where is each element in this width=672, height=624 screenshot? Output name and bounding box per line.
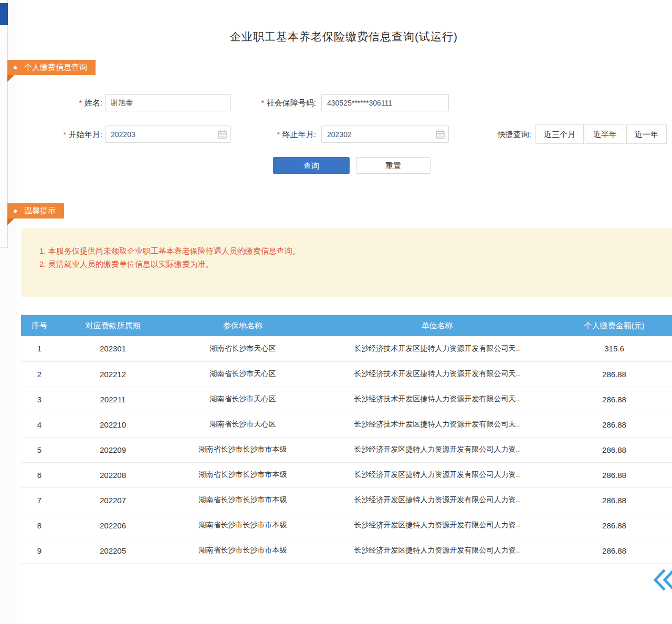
cell-period: 202207 bbox=[58, 487, 168, 513]
ssn-label: *社会保障号码: bbox=[236, 94, 316, 111]
section-badge-label: 温馨提示 bbox=[24, 206, 56, 216]
cell-period: 202205 bbox=[58, 538, 168, 563]
cell-place: 湖南省长沙市长沙市市本级 bbox=[168, 538, 318, 563]
cell-place: 湖南省长沙市长沙市市本级 bbox=[168, 437, 318, 462]
table-row: 4 202210 湖南省长沙市天心区 长沙经济技术开发区捷特人力资源开发有限公司… bbox=[21, 412, 672, 437]
scrollbar-thumb[interactable] bbox=[0, 3, 8, 25]
cell-place: 湖南省长沙市长沙市市本级 bbox=[168, 513, 318, 538]
cell-place: 湖南省长沙市天心区 bbox=[168, 336, 318, 361]
required-asterisk: * bbox=[63, 130, 66, 139]
cell-unit: 长沙经济开发区捷特人力资源开发有限公司人力资.. bbox=[318, 437, 556, 462]
cell-index: 1 bbox=[21, 336, 58, 361]
cell-index: 6 bbox=[21, 462, 58, 487]
quick-btn-last-year[interactable]: 近一年 bbox=[626, 124, 667, 144]
cell-unit: 长沙经济开发区捷特人力资源开发有限公司人力资.. bbox=[318, 538, 556, 563]
cell-amount: 286.88 bbox=[556, 437, 672, 462]
start-month-field-wrap bbox=[105, 126, 231, 143]
ssn-field-wrap bbox=[321, 94, 449, 111]
double-left-chevron-icon[interactable] bbox=[652, 567, 672, 592]
end-month-input[interactable] bbox=[321, 126, 449, 143]
quick-btn-last-half-year[interactable]: 近半年 bbox=[585, 124, 625, 144]
cell-place: 湖南省长沙市天心区 bbox=[168, 412, 318, 437]
cell-place: 湖南省长沙市长沙市市本级 bbox=[168, 462, 318, 487]
required-asterisk: * bbox=[261, 99, 264, 107]
cell-period: 202206 bbox=[58, 513, 168, 538]
tip-line-2: 2. 灵活就业人员的缴费单位信息以实际缴费为准。 bbox=[39, 257, 662, 271]
cell-index: 9 bbox=[21, 538, 58, 563]
cell-period: 202208 bbox=[58, 462, 168, 487]
pension-query-page: { "page": { "title": "企业职工基本养老保险缴费信息查询(试… bbox=[0, 0, 672, 624]
col-header-index: 序号 bbox=[21, 315, 58, 336]
collapsed-side-panel bbox=[0, 0, 8, 248]
cell-amount: 286.88 bbox=[556, 487, 672, 513]
cell-place: 湖南省长沙市天心区 bbox=[168, 387, 318, 412]
table-row: 3 202211 湖南省长沙市天心区 长沙经济技术开发区捷特人力资源开发有限公司… bbox=[21, 387, 672, 412]
cell-index: 2 bbox=[21, 361, 58, 387]
cell-amount: 286.88 bbox=[556, 538, 672, 563]
cell-period: 202212 bbox=[58, 361, 168, 387]
cell-unit: 长沙经济开发区捷特人力资源开发有限公司人力资.. bbox=[318, 487, 556, 513]
table-header-row: 序号 对应费款所属期 参保地名称 单位名称 个人缴费金额(元) bbox=[21, 315, 672, 336]
table-row: 6 202208 湖南省长沙市长沙市市本级 长沙经济开发区捷特人力资源开发有限公… bbox=[21, 462, 672, 487]
section-badge-personal-query: 个人缴费信息查询 bbox=[7, 60, 96, 75]
cell-amount: 286.88 bbox=[556, 361, 672, 387]
section-badge-label: 个人缴费信息查询 bbox=[24, 63, 87, 72]
name-label: *姓名: bbox=[32, 94, 102, 111]
name-field-wrap bbox=[105, 94, 231, 111]
name-input[interactable] bbox=[105, 94, 231, 111]
cell-index: 3 bbox=[21, 387, 58, 412]
ssn-input[interactable] bbox=[321, 94, 449, 111]
cell-period: 202210 bbox=[58, 412, 168, 437]
cell-unit: 长沙经济开发区捷特人力资源开发有限公司人力资.. bbox=[318, 513, 556, 538]
cell-unit: 长沙经济技术开发区捷特人力资源开发有限公司天.. bbox=[318, 336, 556, 361]
tips-notice-box: 1. 本服务仅提供尚未领取企业职工基本养老保险待遇人员的缴费信息查询。 2. 灵… bbox=[21, 228, 672, 297]
payment-records-table: 序号 对应费款所属期 参保地名称 单位名称 个人缴费金额(元) 1 202301… bbox=[21, 315, 672, 564]
cell-amount: 286.88 bbox=[556, 513, 672, 538]
table-row: 1 202301 湖南省长沙市天心区 长沙经济技术开发区捷特人力资源开发有限公司… bbox=[21, 336, 672, 361]
cell-amount: 286.88 bbox=[556, 462, 672, 487]
bullet-dot-icon bbox=[14, 210, 17, 213]
bullet-dot-icon bbox=[14, 66, 17, 69]
cell-unit: 长沙经济开发区捷特人力资源开发有限公司人力资.. bbox=[318, 462, 556, 487]
quick-query-group: 近三个月 近半年 近一年 bbox=[536, 124, 667, 144]
table-row: 7 202207 湖南省长沙市长沙市市本级 长沙经济开发区捷特人力资源开发有限公… bbox=[21, 487, 672, 513]
cell-period: 202211 bbox=[58, 387, 168, 412]
cell-period: 202209 bbox=[58, 437, 168, 462]
cell-index: 4 bbox=[21, 412, 58, 437]
cell-index: 8 bbox=[21, 513, 58, 538]
table-row: 9 202205 湖南省长沙市长沙市市本级 长沙经济开发区捷特人力资源开发有限公… bbox=[21, 538, 672, 563]
quick-query-label: 快捷查询: bbox=[483, 127, 531, 142]
start-month-label: *开始年月: bbox=[32, 126, 102, 143]
required-asterisk: * bbox=[277, 130, 279, 139]
col-header-unit: 单位名称 bbox=[318, 315, 556, 336]
col-header-place: 参保地名称 bbox=[168, 315, 318, 336]
reset-button[interactable]: 重置 bbox=[356, 157, 430, 174]
cell-index: 5 bbox=[21, 437, 58, 462]
cell-amount: 286.88 bbox=[556, 412, 672, 437]
calendar-icon[interactable] bbox=[218, 130, 227, 139]
table-row: 2 202212 湖南省长沙市天心区 长沙经济技术开发区捷特人力资源开发有限公司… bbox=[21, 361, 672, 387]
end-month-field-wrap bbox=[321, 126, 449, 143]
page-title: 企业职工基本养老保险缴费信息查询(试运行) bbox=[16, 29, 672, 44]
cell-period: 202301 bbox=[58, 336, 168, 361]
required-asterisk: * bbox=[79, 99, 81, 107]
table-row: 8 202206 湖南省长沙市长沙市市本级 长沙经济开发区捷特人力资源开发有限公… bbox=[21, 513, 672, 538]
cell-amount: 315.6 bbox=[556, 336, 672, 361]
cell-place: 湖南省长沙市天心区 bbox=[168, 361, 318, 387]
section-badge-tips: 温馨提示 bbox=[7, 203, 64, 219]
calendar-icon[interactable] bbox=[436, 130, 445, 139]
query-button[interactable]: 查询 bbox=[273, 157, 350, 174]
col-header-amount: 个人缴费金额(元) bbox=[556, 315, 672, 336]
cell-place: 湖南省长沙市长沙市市本级 bbox=[168, 487, 318, 513]
start-month-input[interactable] bbox=[105, 126, 231, 143]
cell-unit: 长沙经济技术开发区捷特人力资源开发有限公司天.. bbox=[318, 361, 556, 387]
cell-amount: 286.88 bbox=[556, 387, 672, 412]
col-header-period: 对应费款所属期 bbox=[58, 315, 168, 336]
cell-unit: 长沙经济技术开发区捷特人力资源开发有限公司天.. bbox=[318, 387, 556, 412]
end-month-label: *终止年月: bbox=[236, 126, 316, 143]
table-row: 5 202209 湖南省长沙市长沙市市本级 长沙经济开发区捷特人力资源开发有限公… bbox=[21, 437, 672, 462]
quick-btn-last-3-months[interactable]: 近三个月 bbox=[536, 124, 584, 144]
tip-line-1: 1. 本服务仅提供尚未领取企业职工基本养老保险待遇人员的缴费信息查询。 bbox=[39, 244, 662, 257]
cell-index: 7 bbox=[21, 487, 58, 513]
cell-unit: 长沙经济技术开发区捷特人力资源开发有限公司天.. bbox=[318, 412, 556, 437]
